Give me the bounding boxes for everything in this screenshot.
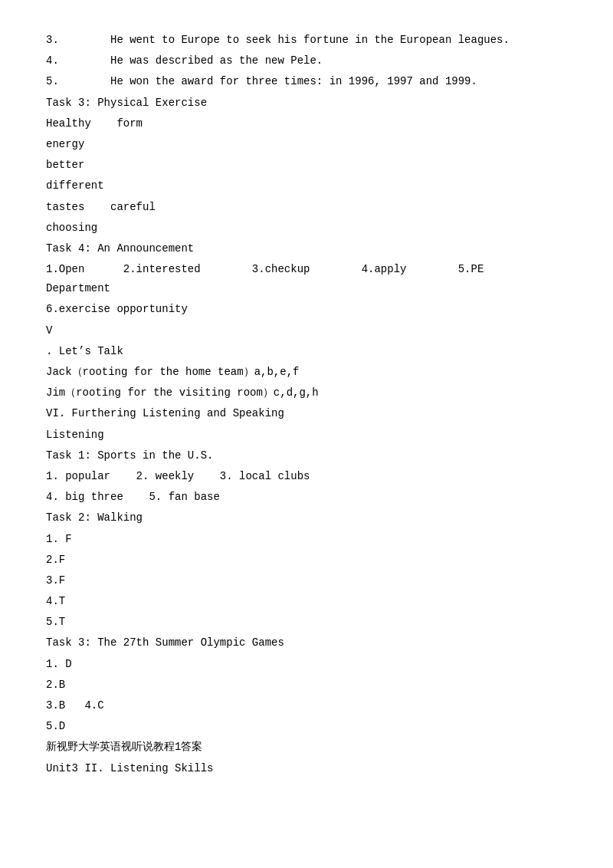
line27: 4.T: [46, 592, 567, 611]
line4: Task 3: Physical Exercise: [46, 94, 567, 113]
line35: Unit3 II. Listening Skills: [46, 759, 567, 778]
line28: 5.T: [46, 613, 567, 632]
line22: 4. big three 5. fan base: [46, 488, 567, 507]
line29: Task 3: The 27th Summer Olympic Games: [46, 633, 567, 653]
line21: 1. popular 2. weekly 3. local clubs: [46, 467, 567, 486]
line31: 2.B: [46, 676, 567, 695]
line24: 1. F: [46, 530, 567, 549]
line32: 3.B 4.C: [46, 696, 567, 715]
line25: 2.F: [46, 551, 567, 570]
line15: . Let’s Talk: [46, 342, 567, 361]
line23: Task 2: Walking: [46, 508, 567, 528]
line18: VI. Furthering Listening and Speaking: [46, 404, 567, 423]
line30: 1. D: [46, 655, 567, 674]
line34: 新视野大学英语视听说教程1答案: [46, 738, 567, 757]
line33: 5.D: [46, 717, 567, 736]
line10: choosing: [46, 219, 567, 238]
line11: Task 4: An Announcement: [46, 239, 567, 258]
line7: better: [46, 156, 567, 175]
page-content: 3. He went to Europe to seek his fortune…: [46, 31, 567, 778]
line9: tastes careful: [46, 198, 567, 217]
line8: different: [46, 176, 567, 196]
line6: energy: [46, 135, 567, 154]
line14: V: [46, 321, 567, 340]
line16: Jack（rooting for the home team）a,b,e,f: [46, 363, 567, 382]
line13: 6.exercise opportunity: [46, 300, 567, 319]
line3: 5. He won the award for three times: in …: [46, 72, 567, 91]
line1: 3. He went to Europe to seek his fortune…: [46, 31, 567, 50]
line19: Listening: [46, 426, 567, 445]
line26: 3.F: [46, 571, 567, 590]
line2: 4. He was described as the new Pele.: [46, 51, 567, 71]
line12: 1.Open 2.interested 3.checkup 4.apply 5.…: [46, 260, 567, 298]
line20: Task 1: Sports in the U.S.: [46, 446, 567, 465]
line17: Jim（rooting for the visiting room）c,d,g,…: [46, 383, 567, 403]
line5: Healthy form: [46, 114, 567, 133]
